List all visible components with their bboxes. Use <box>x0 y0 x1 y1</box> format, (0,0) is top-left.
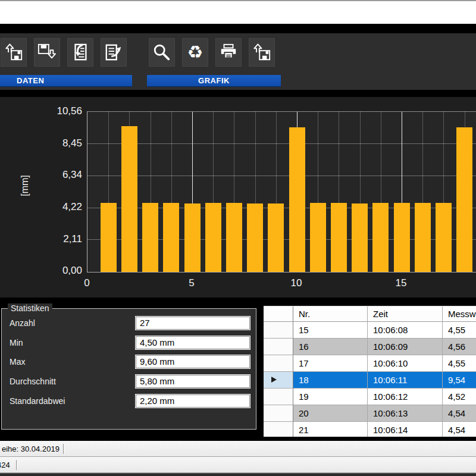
durchschnitt-label: Durchschnitt <box>10 375 56 388</box>
table-row[interactable]: 20 10:06:13 4,54 <box>264 405 476 422</box>
chart-bar <box>372 203 389 272</box>
row-header-column <box>264 306 293 322</box>
anzahl-field[interactable]: 27 <box>136 317 250 330</box>
table-header-row: Nr. Zeit Messwert <box>264 306 476 322</box>
durchschnitt-field[interactable]: 5,80 mm <box>136 375 250 388</box>
chart-bar <box>142 203 158 272</box>
toolbar-group-grafik-label: GRAFIK <box>198 76 230 85</box>
table-row-selected[interactable]: 18 10:06:11 9,54 <box>264 372 476 389</box>
min-label: Min <box>10 336 23 349</box>
max-label: Max <box>10 355 25 368</box>
column-header-messwert[interactable]: Messwert <box>443 306 476 322</box>
table-row[interactable]: 19 10:06:12 4,52 <box>264 389 476 405</box>
measurement-table: Nr. Zeit Messwert 15 10:06:08 4,55 16 10… <box>264 306 476 437</box>
save-data-button[interactable] <box>34 38 60 67</box>
column-header-nr[interactable]: Nr. <box>293 306 368 322</box>
row-header-cell[interactable] <box>264 322 293 339</box>
table-row[interactable]: 17 10:06:10 4,55 <box>264 355 476 372</box>
statusbar-separator <box>16 460 17 470</box>
statistics-groupbox: Statistiken Anzahl 27 Min 4,50 mm Max 9,… <box>1 308 256 430</box>
chart-bar <box>331 203 347 272</box>
print-graphic-button[interactable] <box>215 38 242 67</box>
cell-nr[interactable]: 19 <box>293 389 368 405</box>
load-data-button[interactable] <box>1 38 27 67</box>
cell-zeit[interactable]: 10:06:12 <box>368 389 443 405</box>
cell-messwert[interactable]: 4,55 <box>443 355 476 372</box>
h-gridline <box>87 143 476 144</box>
save-graphic-button[interactable] <box>249 38 275 67</box>
cell-nr[interactable]: 20 <box>293 405 368 422</box>
chart-bar <box>101 203 117 272</box>
statistics-title: Statistiken <box>8 303 52 314</box>
chart-bar <box>394 203 410 272</box>
standardabweichung-label: Standardabwei <box>10 394 65 408</box>
chart-bar <box>268 203 284 272</box>
statusbar-2: 424 <box>0 457 476 473</box>
table-row[interactable]: 16 10:06:09 4,56 <box>264 339 476 355</box>
window-bottom-edge <box>0 473 476 476</box>
row-header-cell[interactable] <box>264 355 293 372</box>
row-header-cell[interactable] <box>264 422 293 437</box>
cell-nr[interactable]: 21 <box>293 422 368 437</box>
cell-zeit[interactable]: 10:06:09 <box>368 339 443 355</box>
x-tick-label: 0 <box>74 277 100 289</box>
chart-bar <box>456 127 472 272</box>
statusbar-count-text: 424 <box>0 458 10 472</box>
anzahl-label: Anzahl <box>10 317 35 330</box>
cell-zeit[interactable]: 10:06:13 <box>368 405 443 422</box>
y-tick-label: 2,11 <box>35 234 82 245</box>
cell-zeit[interactable]: 10:06:08 <box>368 322 443 339</box>
table-row[interactable]: 21 10:06:14 4,54 <box>264 422 476 437</box>
cell-nr[interactable]: 16 <box>293 339 368 355</box>
magnifier-icon <box>152 43 171 62</box>
row-header-cell[interactable] <box>264 389 293 405</box>
cell-messwert[interactable]: 4,55 <box>443 322 476 339</box>
cell-zeit[interactable]: 10:06:10 <box>368 355 443 372</box>
cell-messwert[interactable]: 4,54 <box>443 422 476 437</box>
cell-zeit[interactable]: 10:06:11 <box>368 372 443 389</box>
current-row-arrow-icon <box>271 377 277 383</box>
statusbar-1: eihe: 30.04.2019 <box>0 441 476 457</box>
toolbar: ♻ DATEN GRAFIK <box>0 33 476 90</box>
cell-nr[interactable]: 15 <box>293 322 368 339</box>
column-header-zeit[interactable]: Zeit <box>368 306 443 322</box>
export-data-button[interactable] <box>101 38 127 67</box>
cell-messwert[interactable]: 4,52 <box>443 389 476 405</box>
row-header-cell[interactable] <box>264 372 293 389</box>
y-tick-label: 6,34 <box>35 170 82 180</box>
y-tick-label: 8,45 <box>35 138 82 149</box>
max-field[interactable]: 9,60 mm <box>136 355 250 368</box>
cell-messwert[interactable]: 4,54 <box>443 405 476 422</box>
standardabweichung-field[interactable]: 2,20 mm <box>136 394 250 408</box>
chart-bar <box>121 126 137 272</box>
chart-bar <box>247 203 263 272</box>
refresh-graphic-button[interactable]: ♻ <box>182 38 208 67</box>
chart-bar <box>163 203 179 272</box>
row-header-cell[interactable] <box>264 339 293 355</box>
chart-bar <box>289 127 305 272</box>
separator-band <box>0 24 476 33</box>
chart-bar <box>226 203 242 272</box>
row-header-cell[interactable] <box>264 405 293 422</box>
document-arrow-in-icon <box>71 43 90 62</box>
y-axis-label: [mm] <box>20 169 30 202</box>
chart-plot-area[interactable] <box>87 111 476 273</box>
document-arrow-out-icon <box>104 43 123 62</box>
x-tick-label: 15 <box>388 277 414 289</box>
statusbar-date-text: eihe: 30.04.2019 <box>2 441 60 456</box>
table-row[interactable]: 15 10:06:08 4,55 <box>264 322 476 339</box>
zoom-graphic-button[interactable] <box>149 38 175 67</box>
y-tick-label: 10,56 <box>35 106 82 117</box>
cell-messwert[interactable]: 4,56 <box>443 339 476 355</box>
cell-messwert[interactable]: 9,54 <box>443 372 476 389</box>
import-data-button[interactable] <box>67 38 93 67</box>
toolbar-group-grafik: GRAFIK <box>147 75 281 87</box>
cell-nr[interactable]: 17 <box>293 355 368 372</box>
y-tick-label: 4,22 <box>35 202 82 212</box>
printer-icon <box>219 43 238 62</box>
min-field[interactable]: 4,50 mm <box>136 336 250 349</box>
cell-nr[interactable]: 18 <box>293 372 368 389</box>
h-gridline <box>87 176 476 176</box>
x-tick-label: 5 <box>178 277 205 289</box>
cell-zeit[interactable]: 10:06:14 <box>368 422 443 437</box>
